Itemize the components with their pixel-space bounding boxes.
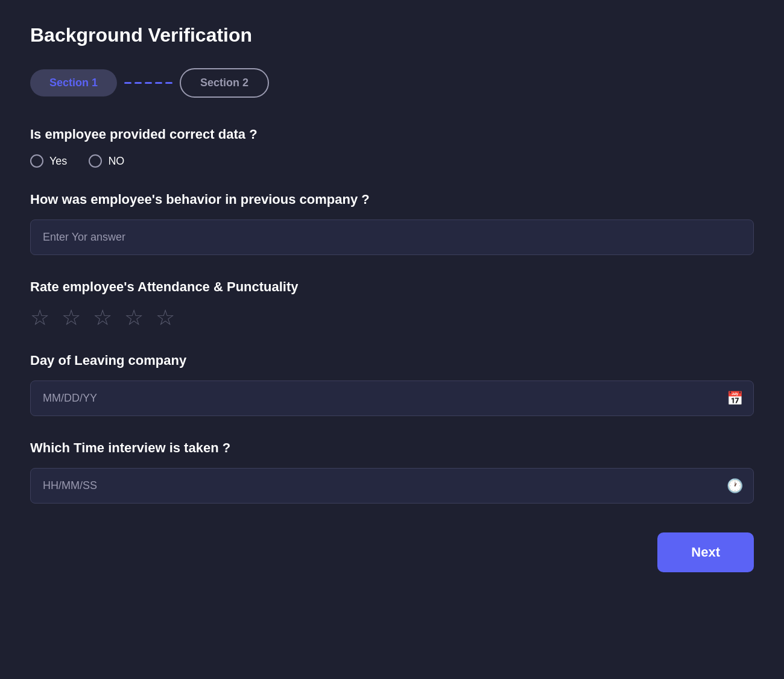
- question-2-label: How was employee's behavior in previous …: [30, 192, 754, 207]
- star-2[interactable]: ☆: [62, 307, 81, 329]
- radio-group-q1: Yes NO: [30, 154, 754, 168]
- question-1-section: Is employee provided correct data ? Yes …: [30, 127, 754, 168]
- question-5-section: Which Time interview is taken ? 🕐: [30, 440, 754, 504]
- radio-yes[interactable]: Yes: [30, 154, 67, 168]
- date-input[interactable]: [30, 381, 754, 416]
- next-button[interactable]: Next: [657, 532, 754, 572]
- star-3[interactable]: ☆: [93, 307, 112, 329]
- time-input[interactable]: [30, 468, 754, 504]
- section-divider: [124, 82, 172, 84]
- radio-yes-label: Yes: [49, 155, 67, 168]
- dash-4: [155, 82, 162, 84]
- behavior-input[interactable]: [30, 219, 754, 255]
- section-2-tab[interactable]: Section 2: [180, 68, 269, 98]
- dash-5: [165, 82, 172, 84]
- section-1-tab[interactable]: Section 1: [30, 69, 117, 96]
- star-1[interactable]: ☆: [30, 307, 49, 329]
- star-5[interactable]: ☆: [156, 307, 175, 329]
- date-input-wrapper: 📅: [30, 381, 754, 416]
- question-1-label: Is employee provided correct data ?: [30, 127, 754, 142]
- question-2-section: How was employee's behavior in previous …: [30, 192, 754, 255]
- dash-1: [124, 82, 131, 84]
- radio-yes-input[interactable]: [30, 154, 43, 168]
- radio-no-label: NO: [108, 155, 124, 168]
- dash-2: [134, 82, 142, 84]
- star-rating: ☆ ☆ ☆ ☆ ☆: [30, 307, 754, 329]
- question-3-label: Rate employee's Attendance & Punctuality: [30, 279, 754, 295]
- question-5-label: Which Time interview is taken ?: [30, 440, 754, 456]
- radio-no[interactable]: NO: [89, 154, 124, 168]
- radio-no-input[interactable]: [89, 154, 102, 168]
- question-4-section: Day of Leaving company 📅: [30, 353, 754, 416]
- dash-3: [145, 82, 152, 84]
- question-3-section: Rate employee's Attendance & Punctuality…: [30, 279, 754, 329]
- star-4[interactable]: ☆: [124, 307, 144, 329]
- time-input-wrapper: 🕐: [30, 468, 754, 504]
- section-nav: Section 1 Section 2: [30, 68, 754, 98]
- question-4-label: Day of Leaving company: [30, 353, 754, 368]
- page-title: Background Verification: [30, 24, 754, 46]
- footer: Next: [30, 532, 754, 572]
